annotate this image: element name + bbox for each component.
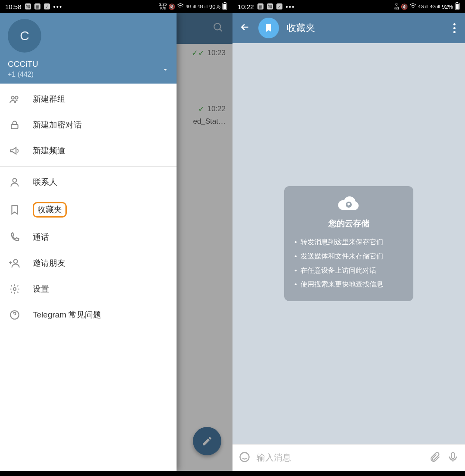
- svg-rect-14: [456, 4, 459, 9]
- mute-icon: 🔇: [401, 3, 408, 10]
- message-input[interactable]: 输入消息: [257, 452, 423, 464]
- bookmark-icon: [264, 23, 274, 33]
- image-icon: ▦: [34, 3, 40, 9]
- account-name: CCCiTU: [8, 59, 169, 69]
- arrow-left-icon: [239, 22, 251, 33]
- wifi-icon: [409, 3, 416, 10]
- svg-rect-17: [452, 452, 455, 458]
- chevron-down-icon: [162, 66, 169, 73]
- help-icon: [9, 309, 21, 321]
- more-status-icon: •••: [286, 3, 295, 10]
- nav-bar-bottom: [0, 471, 232, 476]
- battery-text: 92%: [442, 3, 453, 10]
- account-switch-toggle[interactable]: [162, 66, 169, 75]
- drawer-item-settings[interactable]: 设置: [0, 276, 177, 302]
- person-icon: [9, 176, 21, 188]
- phone-icon: [9, 231, 21, 243]
- nav-drawer: C CCCiTU +1 (442) 新建群组 新建加密对话 新建频道: [0, 13, 177, 471]
- chat-body[interactable]: 您的云存储 转发消息到这里来保存它们 发送媒体和文件来存储它们 在任意设备上访问…: [232, 43, 465, 444]
- status-time: 10:58: [5, 3, 22, 10]
- svg-point-10: [13, 288, 16, 291]
- battery-icon: [455, 2, 460, 11]
- drawer-item-saved[interactable]: 收藏夹: [0, 195, 177, 224]
- svg-point-8: [13, 178, 17, 182]
- svg-point-9: [14, 259, 18, 263]
- svg-point-6: [15, 96, 18, 100]
- cloud-storage-card: 您的云存储 转发消息到这里来保存它们 发送媒体和文件来存储它们 在任意设备上访问…: [284, 186, 413, 301]
- more-menu-button[interactable]: [451, 21, 458, 36]
- message-input-bar: 输入消息: [232, 444, 465, 471]
- cloud-bullet-list: 转发消息到这里来保存它们 发送媒体和文件来存储它们 在任意设备上访问此对话 使用…: [294, 235, 403, 291]
- drawer-item-new-group[interactable]: 新建群组: [0, 86, 177, 112]
- cloud-bullet: 转发消息到这里来保存它们: [294, 235, 403, 249]
- net-speed: 0 K/s: [394, 3, 399, 10]
- drawer-item-new-channel[interactable]: 新建频道: [0, 138, 177, 164]
- status-bar: 10:22 ▦ 知 ✓ ••• 0 K/s 🔇 4G ıll 4G ıll 92…: [232, 0, 465, 13]
- drawer-item-new-secret[interactable]: 新建加密对话: [0, 112, 177, 138]
- image-icon: ▦: [257, 3, 264, 9]
- emoji-button[interactable]: [239, 451, 251, 465]
- chat-title: 收藏夹: [287, 22, 315, 34]
- signal-4g-icon-2: 4G ıll: [198, 4, 208, 9]
- more-status-icon: •••: [53, 3, 63, 10]
- divider: [0, 166, 177, 167]
- group-icon: [9, 93, 21, 105]
- svg-rect-2: [223, 4, 226, 9]
- drawer-item-label: 邀请朋友: [33, 258, 65, 269]
- chat-header: 收藏夹: [232, 13, 465, 43]
- mute-icon: 🔇: [168, 3, 175, 10]
- check-icon: ✓: [276, 3, 282, 9]
- drawer-header[interactable]: C CCCiTU +1 (442): [0, 13, 177, 84]
- drawer-item-label-highlighted: 收藏夹: [33, 202, 67, 218]
- drawer-item-label: Telegram 常见问题: [33, 309, 101, 320]
- net-speed: 2.25 K/s: [159, 3, 167, 10]
- drawer-item-faq[interactable]: Telegram 常见问题: [0, 302, 177, 328]
- avatar[interactable]: C: [8, 19, 41, 53]
- gear-icon: [9, 283, 21, 295]
- account-phone: +1 (442): [8, 71, 169, 78]
- drawer-list: 新建群组 新建加密对话 新建频道 联系人 收藏夹 通话: [0, 84, 177, 471]
- drawer-item-label: 新建频道: [33, 145, 65, 156]
- cloud-download-icon: [294, 195, 403, 214]
- phone-left: 10:58 知 ▦ ✓ ••• 2.25 K/s 🔇 4G ıll 4G ıll…: [0, 0, 232, 476]
- drawer-item-invite[interactable]: 邀请朋友: [0, 250, 177, 276]
- notif-icon: 知: [267, 3, 273, 9]
- battery-icon: [222, 2, 227, 11]
- battery-text: 90%: [209, 3, 220, 10]
- mic-button[interactable]: [447, 451, 459, 465]
- status-time: 10:22: [238, 3, 254, 10]
- drawer-item-label: 设置: [33, 283, 49, 295]
- svg-point-5: [11, 96, 14, 100]
- cloud-bullet: 使用搜索来更快地查找信息: [294, 277, 403, 292]
- check-icon: ✓: [44, 3, 50, 9]
- chat-avatar[interactable]: [258, 18, 279, 38]
- back-button[interactable]: [239, 22, 251, 34]
- mic-icon: [447, 451, 459, 463]
- svg-rect-7: [11, 124, 18, 129]
- smile-icon: [239, 451, 251, 463]
- signal-4g-icon: 4G ıll: [418, 4, 428, 9]
- cloud-bullet: 发送媒体和文件来存储它们: [294, 249, 403, 264]
- notif-icon: 知: [25, 3, 31, 9]
- cloud-bullet: 在任意设备上访问此对话: [294, 264, 403, 278]
- paperclip-icon: [429, 451, 441, 463]
- cloud-card-title: 您的云存储: [294, 218, 403, 229]
- nav-bar-bottom: [232, 471, 465, 476]
- signal-4g-icon: 4G ıll: [186, 4, 195, 9]
- bookmark-icon: [9, 204, 21, 216]
- phone-right: 10:22 ▦ 知 ✓ ••• 0 K/s 🔇 4G ıll 4G ıll 92…: [232, 0, 465, 476]
- lock-icon: [9, 119, 21, 131]
- drawer-item-contacts[interactable]: 联系人: [0, 169, 177, 195]
- add-person-icon: [9, 257, 21, 269]
- drawer-item-label: 新建加密对话: [33, 119, 82, 131]
- svg-point-16: [240, 452, 249, 461]
- drawer-item-label: 通话: [33, 232, 49, 243]
- drawer-item-label: 联系人: [33, 177, 57, 188]
- megaphone-icon: [9, 145, 21, 157]
- attach-button[interactable]: [429, 451, 441, 465]
- wifi-icon: [177, 3, 184, 10]
- drawer-item-label: 新建群组: [33, 93, 65, 105]
- status-bar: 10:58 知 ▦ ✓ ••• 2.25 K/s 🔇 4G ıll 4G ıll…: [0, 0, 232, 13]
- signal-4g-icon-2: 4G ıll: [430, 4, 440, 9]
- drawer-item-calls[interactable]: 通话: [0, 224, 177, 250]
